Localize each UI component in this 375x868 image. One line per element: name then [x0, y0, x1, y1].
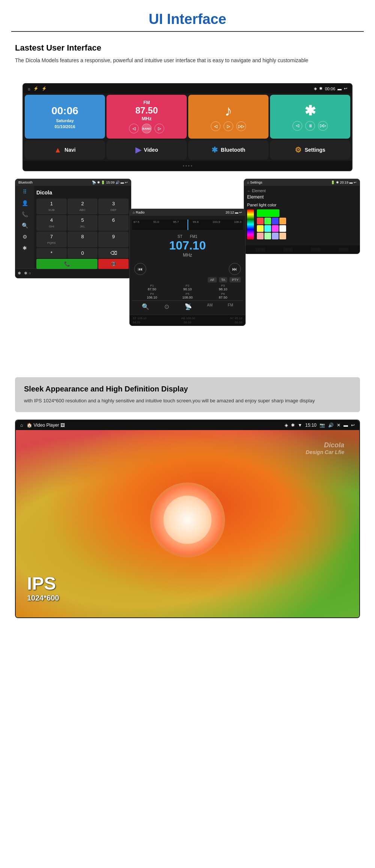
- page-title: UI Interface: [0, 0, 375, 31]
- clock-tile[interactable]: 00:06 Saturday 01/10/2016: [25, 95, 105, 139]
- swatch-blue[interactable]: [272, 218, 279, 224]
- video-tile[interactable]: ▶ Video: [106, 140, 187, 160]
- radio-tuner: 87.591.095.799.8103.9106.0 ST FM1 107.10…: [130, 216, 245, 315]
- clock-date: 01/10/2016: [54, 124, 75, 129]
- radio-next-btn[interactable]: ⏭: [229, 263, 241, 275]
- wifi-icon-video: ▼: [298, 423, 302, 428]
- radio-search-btn[interactable]: 🔍: [142, 303, 149, 310]
- status-bar-left: ⌂ ⚡ ⚡: [28, 86, 47, 91]
- clock-day: Saturday: [56, 118, 74, 123]
- swatch-peach[interactable]: [279, 233, 286, 239]
- radio-options: AF TA PTY: [132, 277, 243, 284]
- swatch-magenta[interactable]: [272, 225, 279, 232]
- preset-p4[interactable]: P4106.10: [134, 292, 170, 299]
- radio-faded-row1: ST 108.10AB 108.00SC 85.10 84.2000.1000.…: [130, 315, 245, 326]
- key-4[interactable]: 4GHI: [36, 215, 67, 231]
- bluetooth-label: Bluetooth: [221, 147, 245, 153]
- navi-icon: ▲: [54, 146, 62, 154]
- radio-scan-btn[interactable]: ⊙: [164, 303, 169, 310]
- video-status-left: ⌂ 🏠 Video Player 🖼: [20, 423, 65, 428]
- bt-prev-btn[interactable]: ◁: [292, 121, 302, 131]
- preset-p1[interactable]: P187.50: [134, 284, 170, 291]
- green-swatch-large[interactable]: [257, 209, 279, 217]
- swatch-orange[interactable]: [279, 218, 286, 224]
- key-7[interactable]: 7PQRS: [36, 232, 67, 247]
- bluetooth-bottom-tile[interactable]: ✱ Bluetooth: [188, 140, 268, 160]
- fm-unit: MHz: [142, 116, 152, 121]
- sidebar-contact-icon[interactable]: 👤: [22, 200, 28, 206]
- key-8[interactable]: 8: [68, 232, 98, 247]
- radio-af-btn[interactable]: AF: [208, 277, 217, 282]
- music-icon: ♪: [225, 102, 232, 119]
- home-icon-video: ⌂: [20, 423, 23, 428]
- swatch-pink[interactable]: [257, 233, 264, 239]
- key-end[interactable]: 📵: [98, 259, 129, 269]
- music-play-btn[interactable]: ▷: [224, 121, 233, 131]
- settings-status-bar: ⌂ Settings 🔋 ✱ 20:19 ▬ ↩: [244, 179, 360, 186]
- fm-prev-btn[interactable]: ◁: [129, 124, 139, 133]
- swatch-green[interactable]: [264, 218, 271, 224]
- radio-screen: ⌂ Radio 20:12 ▬ ↩ 87.591.095.799.8103.91…: [129, 209, 246, 326]
- radio-pty-btn[interactable]: PTY: [230, 277, 241, 282]
- radio-ta-btn[interactable]: TA: [219, 277, 228, 282]
- sidebar-call-icon[interactable]: 📞: [22, 211, 28, 217]
- close-icon-video: ✕: [337, 423, 340, 428]
- settings-status-left: ⌂ Settings: [247, 181, 262, 184]
- fm-band-btn[interactable]: BAND: [142, 124, 152, 133]
- key-9[interactable]: 9: [98, 232, 129, 247]
- video-label: Video: [144, 147, 158, 153]
- sidebar-settings-icon[interactable]: ⚙: [22, 234, 27, 240]
- preset-row-1: P187.50 P290.10 P398.10: [134, 284, 241, 291]
- fm-label: FM: [143, 100, 150, 105]
- section-lastest-ui: Lastest User Interface The Dicola Models…: [0, 43, 375, 76]
- swatch-lightgreen[interactable]: [264, 233, 271, 239]
- swatch-lavender[interactable]: [272, 233, 279, 239]
- preset-p5[interactable]: P5108.00: [170, 292, 206, 299]
- key-6[interactable]: 6: [98, 215, 129, 231]
- preset-p3[interactable]: P398.10: [205, 284, 241, 291]
- gps-icon: ◈: [314, 86, 317, 91]
- swatch-cyan[interactable]: [264, 225, 271, 232]
- sidebar-search-icon[interactable]: 🔍: [22, 223, 28, 229]
- settings-back-row[interactable]: ← Element: [247, 189, 357, 193]
- phone-sidebar: ⠿ 👤 📞 🔍 ⚙ ✱ Dicola 1SUB 2ABC 3DEF 4GHI 5…: [15, 186, 131, 268]
- bt-next-btn[interactable]: ▷▷: [318, 121, 328, 131]
- sidebar-bt-icon[interactable]: ✱: [22, 245, 27, 251]
- key-0[interactable]: 0: [68, 248, 98, 258]
- usb2-icon: ⚡: [42, 86, 47, 91]
- music-next-btn[interactable]: ▷▷: [236, 121, 246, 131]
- settings-status-right: 🔋 ✱ 20:19 ▬ ↩: [331, 181, 357, 184]
- radio-prev-btn[interactable]: ⏮: [134, 263, 146, 275]
- swatch-yellow[interactable]: [257, 225, 264, 232]
- key-2[interactable]: 2ABC: [68, 199, 98, 214]
- radio-antenna-btn[interactable]: 📡: [184, 303, 192, 310]
- key-del[interactable]: ⌫: [98, 248, 129, 258]
- spectrum-bar: [247, 209, 254, 239]
- swatch-white[interactable]: [279, 225, 286, 232]
- key-3[interactable]: 3DEF: [98, 199, 129, 214]
- key-1[interactable]: 1SUB: [36, 199, 67, 214]
- fm-tile[interactable]: FM 87.50 MHz ◁ BAND ▷: [106, 95, 187, 139]
- preset-p6[interactable]: P687.50: [205, 292, 241, 299]
- sidebar-grid-icon[interactable]: ⠿: [23, 189, 27, 195]
- radio-fm1: FM1: [190, 235, 197, 239]
- title-divider: [11, 31, 364, 32]
- bt-pause-btn[interactable]: ⏸: [305, 121, 315, 131]
- fm-next-btn[interactable]: ▷: [154, 124, 164, 133]
- color-spectrum: [247, 209, 357, 239]
- key-call[interactable]: 📞: [36, 259, 98, 269]
- screen-dots: ● ● ● ●: [23, 161, 352, 170]
- bt-bottom-text: ✱ ○: [24, 271, 31, 276]
- music-tile[interactable]: ♪ ◁ ▷ ▷▷: [188, 95, 268, 139]
- radio-presets: P187.50 P290.10 P398.10 P4106.10 P5108.0…: [132, 284, 243, 299]
- swatch-red[interactable]: [257, 218, 264, 224]
- ips-resolution: 1024*600: [27, 594, 59, 602]
- navi-tile[interactable]: ▲ Navi: [25, 140, 105, 160]
- music-prev-btn[interactable]: ◁: [211, 121, 220, 131]
- settings-tile[interactable]: ⚙ Settings: [270, 140, 350, 160]
- key-5[interactable]: 5JKL: [68, 215, 98, 231]
- brand-name: Dicola: [306, 441, 344, 449]
- key-star[interactable]: *: [36, 248, 67, 258]
- preset-p2[interactable]: P290.10: [170, 284, 206, 291]
- bluetooth-tile[interactable]: ✱ ◁ ⏸ ▷▷: [270, 95, 350, 139]
